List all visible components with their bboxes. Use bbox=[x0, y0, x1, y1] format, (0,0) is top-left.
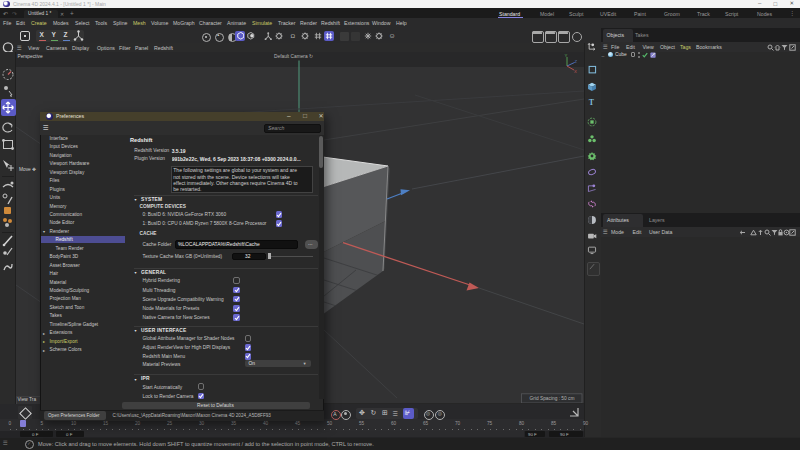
svg-text:Y: Y bbox=[565, 53, 568, 58]
svg-text:Grid Spacing : 50 cm: Grid Spacing : 50 cm bbox=[530, 396, 575, 401]
svg-text:T: T bbox=[589, 98, 595, 107]
svg-text:Z: Z bbox=[575, 59, 578, 64]
svg-text:X: X bbox=[574, 69, 577, 74]
